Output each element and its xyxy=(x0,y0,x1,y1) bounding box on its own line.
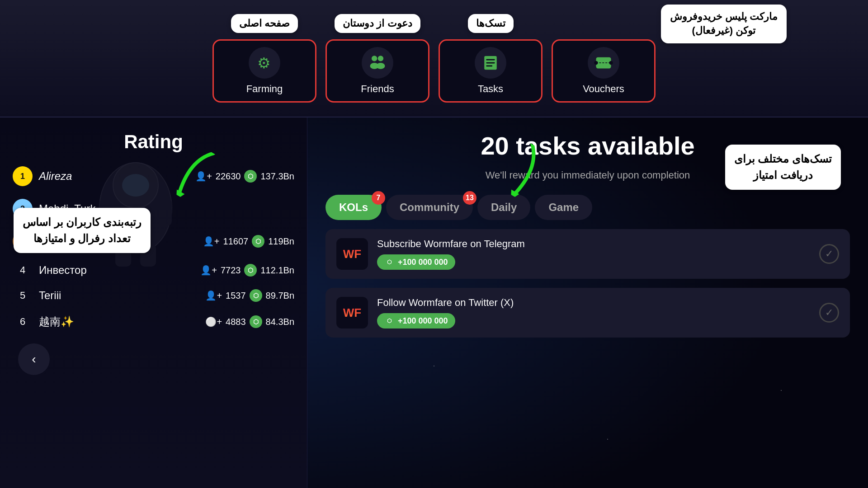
friends-icon-6: ⚪+ xyxy=(205,316,222,327)
points-1: 137.3Bn xyxy=(260,171,294,182)
svg-point-4 xyxy=(376,63,385,69)
farming-icon-circle: ⚙ xyxy=(249,47,280,79)
user-stats-6: ⚪+ 4883 ⬡ 84.3Bn xyxy=(205,315,294,328)
task-card-2: WF Follow Wormfare on Twitter (X) ⬡ +100… xyxy=(326,288,850,338)
svg-marker-13 xyxy=(172,190,184,202)
tasks-tabs: KOLs 7 Community 13 Daily Game xyxy=(326,195,850,220)
farming-icon: ⚙ xyxy=(255,53,274,73)
friends-tooltip: دعوت از دوستان xyxy=(335,14,420,33)
coin-icon-4: ⬡ xyxy=(244,264,257,277)
nav-item-tasks: تسک‌ها Tasks xyxy=(439,14,542,103)
main-content: Rating رتبه‌بندی کاربران بر اساس تعداد ر… xyxy=(0,117,868,488)
friends-count-3: 11607 xyxy=(223,236,249,247)
svg-point-1 xyxy=(372,56,377,61)
points-3: 119Bn xyxy=(268,236,294,247)
rating-row-1: 1 Alireza 👤+ 22630 ⬡ 137.3Bn xyxy=(9,162,298,191)
friends-count-4: 7723 xyxy=(221,265,241,276)
rating-tooltip: رتبه‌بندی کاربران بر اساس تعداد رفرال و … xyxy=(14,208,151,253)
rating-title: Rating xyxy=(0,117,307,162)
tasks-tooltip-annotation: تسک‌های مختلف برای دریافت امتیاز xyxy=(725,145,841,190)
tasks-icon-circle xyxy=(475,47,506,79)
friends-label: Friends xyxy=(361,83,394,95)
voucher-tooltip: مارکت پلیس خریدوفروش توکن (غیرفعال) xyxy=(661,5,787,43)
friends-icon-4: 👤+ xyxy=(200,265,217,276)
rank-4: 4 xyxy=(13,264,33,276)
top-navigation: مارکت پلیس خریدوفروش توکن (غیرفعال) صفحه… xyxy=(0,0,868,117)
task-title-1: Subscribe Wormfare on Telegram xyxy=(377,238,810,250)
friends-count-6: 4883 xyxy=(226,317,246,327)
tasks-panel: تسک‌های مختلف برای دریافت امتیاز 20 task… xyxy=(307,117,868,488)
rating-panel: Rating رتبه‌بندی کاربران بر اساس تعداد ر… xyxy=(0,117,307,488)
coin-icon-6: ⬡ xyxy=(250,315,262,328)
task-info-2: Follow Wormfare on Twitter (X) ⬡ +100 00… xyxy=(377,297,810,328)
back-button[interactable]: ‹ xyxy=(18,343,50,375)
task-title-2: Follow Wormfare on Twitter (X) xyxy=(377,297,810,309)
points-5: 89.7Bn xyxy=(266,291,294,301)
task-check-1[interactable]: ✓ xyxy=(819,244,839,264)
task-info-1: Subscribe Wormfare on Telegram ⬡ +100 00… xyxy=(377,238,810,270)
nav-item-farming: صفحه اصلی ⚙ Farming xyxy=(212,14,316,103)
tab-kols[interactable]: KOLs 7 xyxy=(326,195,382,220)
task-card-1: WF Subscribe Wormfare on Telegram ⬡ +100… xyxy=(326,229,850,279)
rank-5: 5 xyxy=(13,290,33,301)
task-reward-2: ⬡ +100 000 000 xyxy=(377,313,455,328)
farming-label: Farming xyxy=(246,83,283,95)
tasks-button[interactable]: Tasks xyxy=(439,39,542,103)
rating-row-6: 6 越南✨ ⚪+ 4883 ⬡ 84.3Bn xyxy=(9,310,298,333)
farming-tooltip: صفحه اصلی xyxy=(231,14,298,33)
reward-coin-icon-1: ⬡ xyxy=(384,257,394,267)
task-check-2[interactable]: ✓ xyxy=(819,303,839,323)
coin-icon-3: ⬡ xyxy=(252,235,264,248)
kols-badge: 7 xyxy=(372,191,385,205)
nav-item-friends: دعوت از دوستان Friends xyxy=(326,14,429,103)
vouchers-button[interactable]: Vouchers xyxy=(552,39,656,103)
community-badge: 13 xyxy=(463,191,476,205)
wf-logo-2: WF xyxy=(343,306,361,320)
user-stats-4: 👤+ 7723 ⬡ 112.1Bn xyxy=(200,264,294,277)
vouchers-label: Vouchers xyxy=(583,83,624,95)
svg-rect-8 xyxy=(486,66,492,67)
coin-icon-5: ⬡ xyxy=(250,289,262,302)
task-logo-1: WF xyxy=(336,238,368,270)
user-stats-5: 👤+ 1537 ⬡ 89.7Bn xyxy=(205,289,294,302)
coin-icon-1: ⬡ xyxy=(244,170,257,183)
farming-button[interactable]: ⚙ Farming xyxy=(212,39,316,103)
tasks-icon xyxy=(481,53,500,73)
user-stats-3: 👤+ 11607 ⬡ 119Bn xyxy=(203,235,294,248)
rating-row-5: 5 Teriii 👤+ 1537 ⬡ 89.7Bn xyxy=(9,285,298,306)
rating-row-4: 4 Инвестор 👤+ 7723 ⬡ 112.1Bn xyxy=(9,259,298,281)
task-logo-2: WF xyxy=(336,297,368,328)
wf-logo-1: WF xyxy=(343,247,361,261)
svg-point-3 xyxy=(378,56,383,61)
rank-badge-1: 1 xyxy=(13,166,33,186)
points-4: 112.1Bn xyxy=(260,265,294,276)
tab-game[interactable]: Game xyxy=(535,195,592,220)
tasks-tooltip: تسک‌ها xyxy=(468,14,514,33)
user-name-4: Инвестор xyxy=(39,264,194,277)
friends-icon-5: 👤+ xyxy=(205,290,222,301)
svg-rect-6 xyxy=(486,59,495,61)
nav-item-vouchers: x Vouchers xyxy=(552,14,656,103)
points-6: 84.3Bn xyxy=(266,317,294,327)
friends-count-5: 1537 xyxy=(226,291,246,301)
friends-count-1: 22630 xyxy=(216,171,241,182)
friends-icon-3: 👤+ xyxy=(203,236,220,247)
vouchers-icon xyxy=(594,53,613,73)
tasks-label: Tasks xyxy=(478,83,503,95)
tab-community[interactable]: Community 13 xyxy=(386,195,473,220)
task-reward-1: ⬡ +100 000 000 xyxy=(377,254,455,270)
user-name-6: 越南✨ xyxy=(39,314,199,329)
svg-text:⚙: ⚙ xyxy=(257,55,271,71)
friends-icon-circle xyxy=(362,47,393,79)
friends-button[interactable]: Friends xyxy=(326,39,429,103)
user-name-5: Teriii xyxy=(39,289,199,302)
rank-6: 6 xyxy=(13,316,33,328)
reward-coin-icon-2: ⬡ xyxy=(384,316,394,326)
friends-icon xyxy=(368,53,387,73)
svg-rect-7 xyxy=(486,62,495,64)
vouchers-icon-circle xyxy=(588,47,619,79)
